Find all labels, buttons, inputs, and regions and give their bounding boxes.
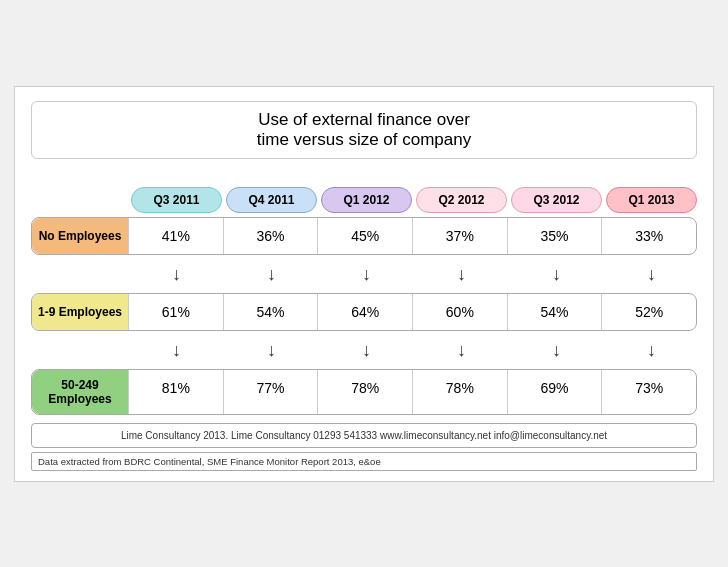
row-label-2: 50-249 Employees — [32, 370, 128, 414]
arrow-cell-arrow-row-2-2: ↓ — [321, 340, 412, 361]
arrow-cell-arrow-row-1-0: ↓ — [131, 264, 222, 285]
quarter-badge-q1-2012: Q1 2012 — [321, 187, 412, 213]
data-cell-2-5: 73% — [601, 370, 696, 414]
data-cell-2-4: 69% — [507, 370, 602, 414]
page-container: Use of external finance over time versus… — [14, 86, 714, 482]
data-cell-0-0: 41% — [128, 218, 223, 254]
data-cell-0-2: 45% — [317, 218, 412, 254]
arrow-cell-arrow-row-2-1: ↓ — [226, 340, 317, 361]
data-cell-0-5: 33% — [601, 218, 696, 254]
quarter-badge-q2-2012: Q2 2012 — [416, 187, 507, 213]
data-cell-1-3: 60% — [412, 294, 507, 330]
arrow-row-2: ↓↓↓↓↓↓ — [131, 337, 697, 365]
data-cell-1-5: 52% — [601, 294, 696, 330]
title-wrapper: Use of external finance over time versus… — [31, 101, 697, 173]
arrow-cell-arrow-row-2-5: ↓ — [606, 340, 697, 361]
quarter-badge-q3-2012: Q3 2012 — [511, 187, 602, 213]
data-cell-0-4: 35% — [507, 218, 602, 254]
grid-wrapper: Q3 2011Q4 2011Q1 2012Q2 2012Q3 2012Q1 20… — [31, 187, 697, 415]
arrow-cell-arrow-row-1-3: ↓ — [416, 264, 507, 285]
arrow-cell-arrow-row-2-4: ↓ — [511, 340, 602, 361]
footer-main: Lime Consultancy 2013. Lime Consultancy … — [121, 430, 607, 441]
quarter-badge-q4-2011: Q4 2011 — [226, 187, 317, 213]
data-cells-2: 81%77%78%78%69%73% — [128, 370, 696, 414]
data-cell-2-0: 81% — [128, 370, 223, 414]
data-cell-2-1: 77% — [223, 370, 318, 414]
title-line1: Use of external finance over — [258, 110, 470, 129]
quarter-badge-q3-2011: Q3 2011 — [131, 187, 222, 213]
data-cell-2-2: 78% — [317, 370, 412, 414]
chart-title: Use of external finance over time versus… — [31, 101, 697, 159]
arrow-cell-arrow-row-1-4: ↓ — [511, 264, 602, 285]
row-50-249-employees: 50-249 Employees81%77%78%78%69%73% — [31, 369, 697, 415]
footer-note-text: Data extracted from BDRC Continental, SM… — [38, 456, 381, 467]
data-cell-1-2: 64% — [317, 294, 412, 330]
arrow-cell-arrow-row-1-2: ↓ — [321, 264, 412, 285]
row-no-employees: No Employees41%36%45%37%35%33% — [31, 217, 697, 255]
arrow-cell-arrow-row-1-5: ↓ — [606, 264, 697, 285]
data-cell-1-0: 61% — [128, 294, 223, 330]
row-1-9-employees: 1-9 Employees61%54%64%60%54%52% — [31, 293, 697, 331]
arrow-cell-arrow-row-2-3: ↓ — [416, 340, 507, 361]
data-cell-0-1: 36% — [223, 218, 318, 254]
footer-note: Data extracted from BDRC Continental, SM… — [31, 452, 697, 471]
data-cells-0: 41%36%45%37%35%33% — [128, 218, 696, 254]
arrow-cell-arrow-row-1-1: ↓ — [226, 264, 317, 285]
arrow-row-1: ↓↓↓↓↓↓ — [131, 261, 697, 289]
arrow-cell-arrow-row-2-0: ↓ — [131, 340, 222, 361]
quarter-badge-q1-2013: Q1 2013 — [606, 187, 697, 213]
data-cells-1: 61%54%64%60%54%52% — [128, 294, 696, 330]
title-line2: time versus size of company — [257, 130, 471, 149]
data-cell-1-4: 54% — [507, 294, 602, 330]
data-cell-0-3: 37% — [412, 218, 507, 254]
data-cell-1-1: 54% — [223, 294, 318, 330]
header-row: Q3 2011Q4 2011Q1 2012Q2 2012Q3 2012Q1 20… — [131, 187, 697, 213]
footer-box: Lime Consultancy 2013. Lime Consultancy … — [31, 423, 697, 448]
row-label-1: 1-9 Employees — [32, 294, 128, 330]
data-cell-2-3: 78% — [412, 370, 507, 414]
row-label-0: No Employees — [32, 218, 128, 254]
